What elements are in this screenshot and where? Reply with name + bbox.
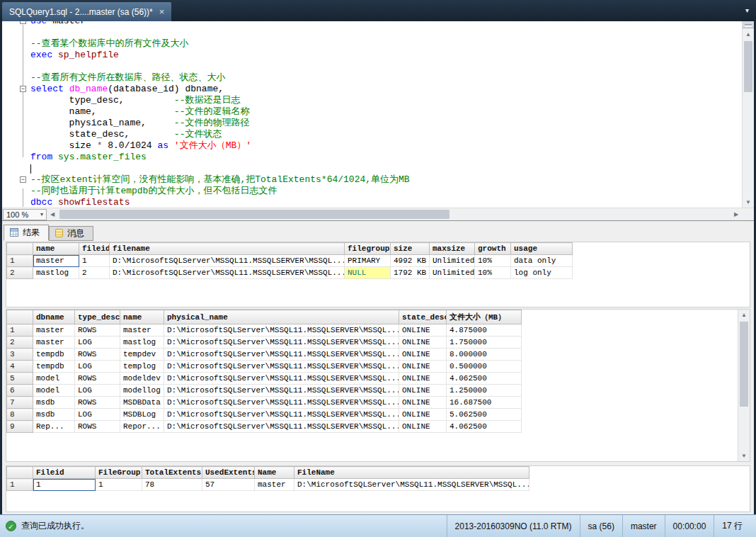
column-header[interactable]: Fileid <box>33 467 96 479</box>
grid-cell[interactable]: 4.062500 <box>447 373 522 385</box>
grid-cell[interactable]: msdb <box>33 409 75 421</box>
grid-cell[interactable]: PRIMARY <box>345 255 391 267</box>
grid-cell[interactable]: mastlog <box>120 337 164 349</box>
grid-cell[interactable]: ONLINE <box>399 349 447 361</box>
scrollbar-thumb[interactable] <box>740 322 748 407</box>
tab-results[interactable]: 结果 <box>4 225 49 241</box>
grid-cell[interactable]: LOG <box>75 385 120 397</box>
grid-cell[interactable]: ONLINE <box>399 397 447 409</box>
splitter-grip[interactable] <box>743 21 754 28</box>
column-header[interactable]: UsedExtents <box>202 467 255 479</box>
grid-cell[interactable]: Repor... <box>120 421 164 433</box>
grid-cell[interactable]: D:\MicrosoftSQLServer\MSSQL11.MSSQLSERVE… <box>294 479 529 491</box>
grid-cell[interactable]: Rep... <box>33 421 75 433</box>
scrollbar-thumb[interactable] <box>744 41 752 92</box>
grid-cell[interactable]: master <box>33 255 79 267</box>
column-header[interactable]: FileGroup <box>96 467 142 479</box>
document-tab[interactable]: SQLQuery1.sql - 2....master (sa (56))* × <box>2 2 171 21</box>
grid-cell[interactable]: 10% <box>475 267 511 279</box>
code-line[interactable]: dbcc showfilestats <box>30 197 740 208</box>
grid-cell[interactable]: 8.000000 <box>447 349 522 361</box>
row-header[interactable]: 1 <box>7 255 33 267</box>
grid-cell[interactable]: 16.687500 <box>447 397 522 409</box>
column-header[interactable]: filename <box>110 243 345 255</box>
code-line[interactable] <box>30 27 740 38</box>
editor-vertical-scrollbar[interactable]: ▲ ▼ <box>742 21 754 208</box>
code-line[interactable]: use master <box>30 21 740 27</box>
column-header[interactable]: 文件大小（MB） <box>447 310 522 324</box>
row-header[interactable]: 2 <box>7 337 33 349</box>
grid-cell[interactable]: mastlog <box>33 267 79 279</box>
fold-collapse-icon[interactable]: − <box>20 176 26 183</box>
grid-cell[interactable]: 1 <box>33 479 96 491</box>
grid-cell[interactable]: 1792 KB <box>391 267 430 279</box>
grid-cell[interactable]: templog <box>120 361 164 373</box>
grid-cell[interactable]: D:\MicrosoftSQLServer\MSSQL11.MSSQLSERVE… <box>164 385 399 397</box>
horizontal-scrollbar-track[interactable] <box>58 208 731 220</box>
column-header[interactable]: type_desc <box>75 310 120 324</box>
grid-cell[interactable]: ONLINE <box>399 421 447 433</box>
scroll-right-icon[interactable]: ▶ <box>731 211 742 217</box>
code-line[interactable]: exec sp_helpfile <box>30 50 740 61</box>
code-line[interactable]: --同时也适用于计算tempdb的文件大小，但不包括日志文件 <box>30 186 740 197</box>
grid-cell[interactable]: 78 <box>142 479 202 491</box>
grid-cell[interactable]: D:\MicrosoftSQLServer\MSSQL11.MSSQLSERVE… <box>164 324 399 337</box>
code-line[interactable] <box>30 61 740 72</box>
column-header[interactable]: FileName <box>294 467 529 479</box>
grid-cell[interactable]: 1 <box>79 255 110 267</box>
grid-cell[interactable]: MSDBLog <box>120 409 164 421</box>
grid-cell[interactable]: D:\MicrosoftSQLServer\MSSQL11.MSSQLSERVE… <box>164 397 399 409</box>
code-line[interactable]: type_desc, --数据还是日志 <box>30 95 740 106</box>
grid-cell[interactable]: 4.062500 <box>447 421 522 433</box>
grid-cell[interactable]: data only <box>511 255 573 267</box>
grid-cell[interactable]: 1.250000 <box>447 385 522 397</box>
column-header[interactable]: dbname <box>33 310 75 324</box>
grid-cell[interactable]: tempdb <box>33 349 75 361</box>
grid-cell[interactable]: master <box>33 337 75 349</box>
grid-cell[interactable]: 2 <box>79 267 110 279</box>
grid-cell[interactable]: ONLINE <box>399 361 447 373</box>
grid-cell[interactable]: D:\MicrosoftSQLServer\MSSQL11.MSSQLSERVE… <box>164 349 399 361</box>
grid-cell[interactable]: master <box>255 479 294 491</box>
grid-cell[interactable]: msdb <box>33 397 75 409</box>
grid-cell[interactable]: tempdb <box>33 361 75 373</box>
row-header[interactable]: 1 <box>7 479 33 491</box>
code-line[interactable]: --查看某个数据库中的所有文件及大小 <box>30 38 740 50</box>
scroll-down-icon[interactable]: ▼ <box>743 197 754 208</box>
column-header[interactable] <box>7 467 33 479</box>
column-header[interactable]: TotalExtents <box>142 467 202 479</box>
grid-cell[interactable]: LOG <box>75 337 120 349</box>
fold-collapse-icon[interactable]: − <box>20 21 26 24</box>
row-header[interactable]: 1 <box>7 324 33 337</box>
code-line[interactable]: from sys.master_files <box>30 152 740 163</box>
grid-cell[interactable]: master <box>33 324 75 337</box>
grid-cell[interactable]: ONLINE <box>399 324 447 337</box>
sql-editor[interactable]: −−− use master--查看某个数据库中的所有文件及大小exec sp_… <box>2 21 754 208</box>
code-line[interactable]: select db_name(database_id) dbname, <box>30 84 740 95</box>
code-line[interactable]: --按区extent计算空间，没有性能影响，基本准确,把TotalExtents… <box>30 174 740 186</box>
grid-cell[interactable]: D:\MicrosoftSQLServer\MSSQL11.MSSQLSERVE… <box>110 255 345 267</box>
column-header[interactable]: size <box>391 243 430 255</box>
zoom-level-combo[interactable]: 100 % ▾ <box>3 209 47 220</box>
code-area[interactable]: use master--查看某个数据库中的所有文件及大小exec sp_help… <box>30 21 740 208</box>
grid-cell[interactable]: modeldev <box>120 373 164 385</box>
grid-cell[interactable]: model <box>33 373 75 385</box>
grid-cell[interactable]: 4.875000 <box>447 324 522 337</box>
grid-cell[interactable]: LOG <box>75 361 120 373</box>
grid-cell[interactable]: 1 <box>96 479 142 491</box>
column-header[interactable]: name <box>120 310 164 324</box>
grid-cell[interactable]: D:\MicrosoftSQLServer\MSSQL11.MSSQLSERVE… <box>164 409 399 421</box>
grid-cell[interactable]: D:\MicrosoftSQLServer\MSSQL11.MSSQLSERVE… <box>164 337 399 349</box>
tab-list-chevron-icon[interactable]: ▾ <box>745 6 749 14</box>
row-header[interactable]: 7 <box>7 397 33 409</box>
grid-cell[interactable]: ROWS <box>75 421 120 433</box>
grid-cell[interactable]: ONLINE <box>399 385 447 397</box>
scroll-up-icon[interactable]: ▲ <box>738 310 750 320</box>
column-header[interactable] <box>7 243 33 255</box>
grid-cell[interactable]: Unlimited <box>430 255 475 267</box>
grid-cell[interactable]: modellog <box>120 385 164 397</box>
grid-cell[interactable]: ROWS <box>75 397 120 409</box>
column-header[interactable]: state_desc <box>399 310 447 324</box>
code-line[interactable]: size * 8.0/1024 as '文件大小（MB）' <box>30 140 740 152</box>
grid-cell[interactable]: NULL <box>345 267 391 279</box>
